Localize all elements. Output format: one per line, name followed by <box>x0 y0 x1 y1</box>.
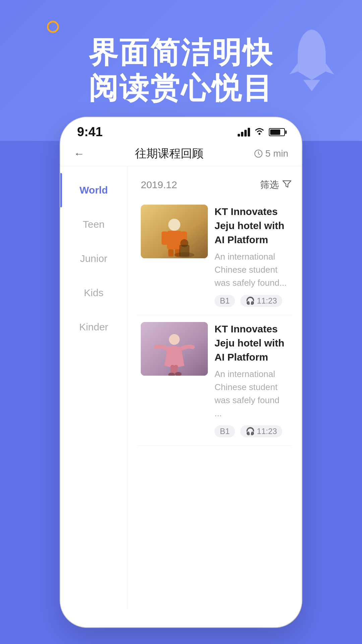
level-tag: B1 <box>215 425 235 437</box>
svg-point-12 <box>180 239 188 247</box>
duration-tag: 🎧 11:23 <box>240 425 282 437</box>
sidebar-item-kinder[interactable]: Kinder <box>60 310 127 344</box>
article-image-2 <box>141 322 208 376</box>
article-tags: B1 🎧 11:23 <box>215 295 288 307</box>
list-header: 2019.12 筛选 <box>137 173 292 198</box>
level-tag: B1 <box>215 295 235 307</box>
svg-point-1 <box>258 133 260 135</box>
article-list: 2019.12 筛选 <box>127 166 302 609</box>
clock-icon <box>254 149 263 158</box>
article-excerpt: An international Chinese student was saf… <box>215 368 288 420</box>
battery-icon <box>269 128 285 136</box>
article-tags: B1 🎧 11:23 <box>215 425 288 437</box>
duration-tag: 🎧 11:23 <box>240 295 282 307</box>
article-title: KT Innovates Jeju hotel with AI Platform <box>215 205 288 247</box>
phone-frame: 9:41 <box>60 117 302 627</box>
headphone-icon: 🎧 <box>246 427 255 436</box>
status-bar: 9:41 <box>60 117 302 143</box>
signal-icon <box>238 128 250 137</box>
svg-point-0 <box>305 45 318 59</box>
page-title: 往期课程回顾 <box>135 146 203 161</box>
list-date: 2019.12 <box>141 179 177 191</box>
article-info: KT Innovates Jeju hotel with AI Platform… <box>215 205 288 307</box>
svg-point-4 <box>168 219 180 231</box>
top-nav: ← 往期课程回顾 5 min <box>60 143 302 166</box>
svg-point-14 <box>169 334 180 345</box>
nav-duration: 5 min <box>254 148 288 159</box>
sidebar-item-kids[interactable]: Kids <box>60 276 127 310</box>
sidebar-item-teen[interactable]: Teen <box>60 207 127 241</box>
sidebar-item-world[interactable]: World <box>60 173 127 207</box>
filter-button[interactable]: 筛选 <box>260 178 292 191</box>
content-area: World Teen Junior Kids Kinder 2019.12 <box>60 166 302 609</box>
status-icons <box>238 126 285 138</box>
article-thumbnail <box>141 205 208 258</box>
phone-mockup: 9:41 <box>60 117 302 627</box>
headphone-icon: 🎧 <box>246 297 255 305</box>
article-title: KT Innovates Jeju hotel with AI Platform <box>215 322 288 364</box>
article-card[interactable]: KT Innovates Jeju hotel with AI Platform… <box>137 198 292 315</box>
orange-dot-icon <box>47 21 59 33</box>
wifi-icon <box>254 126 265 138</box>
article-card[interactable]: KT Innovates Jeju hotel with AI Platform… <box>137 315 292 446</box>
back-button[interactable]: ← <box>74 148 84 160</box>
filter-icon <box>282 179 292 191</box>
rocket-icon <box>282 27 342 95</box>
article-thumbnail <box>141 322 208 376</box>
svg-rect-8 <box>168 249 174 257</box>
hero-title: 界面简洁明快 阅读赏心悦目 <box>88 35 274 106</box>
article-info: KT Innovates Jeju hotel with AI Platform… <box>215 322 288 437</box>
sidebar: World Teen Junior Kids Kinder <box>60 166 127 609</box>
article-excerpt: An international Chinese student was saf… <box>215 250 288 289</box>
sidebar-item-junior[interactable]: Junior <box>60 241 127 276</box>
status-time: 9:41 <box>77 125 103 139</box>
article-image-1 <box>141 205 208 258</box>
svg-rect-6 <box>162 231 168 245</box>
